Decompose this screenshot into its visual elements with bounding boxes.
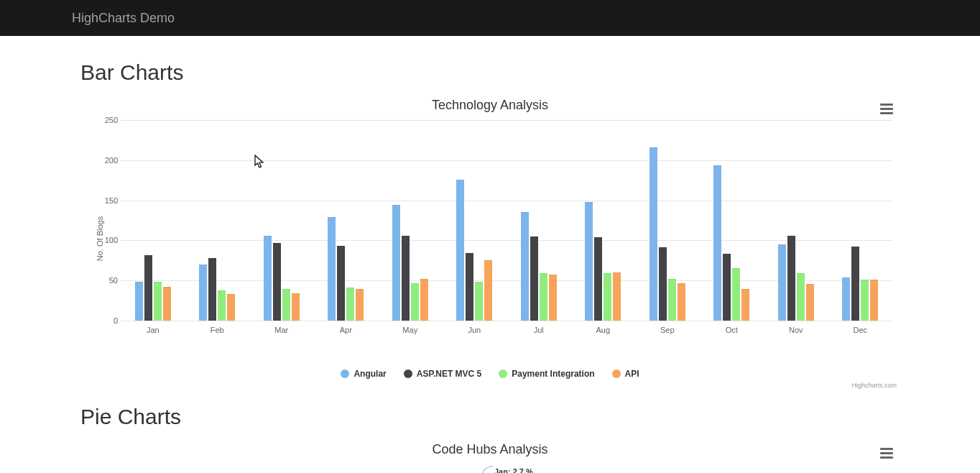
bar-groups [121, 120, 892, 321]
bar-group [314, 120, 379, 321]
bar[interactable] [484, 260, 492, 321]
x-tick-label: Apr [314, 321, 379, 339]
bar[interactable] [420, 279, 428, 321]
bar-chart-plot-area: No. Of Blogs 050100150200250 JanFebMarAp… [80, 120, 900, 357]
bar[interactable] [402, 236, 410, 321]
bar-chart-title: Technology Analysis [80, 98, 900, 113]
bar[interactable] [678, 283, 685, 321]
legend-item[interactable]: ASP.NET MVC 5 [404, 369, 481, 379]
y-tick-label: 50 [89, 276, 118, 285]
legend-label: Angular [353, 369, 386, 379]
chart-menu-button[interactable] [878, 101, 895, 116]
bar[interactable] [328, 217, 336, 321]
bar[interactable] [264, 236, 272, 321]
x-axis: JanFebMarAprMayJunJulAugSepOctNovDec [121, 321, 892, 339]
legend-item[interactable]: Angular [341, 369, 386, 379]
bar[interactable] [346, 288, 354, 321]
bar[interactable] [530, 236, 538, 321]
x-tick-label: Nov [764, 321, 828, 339]
x-tick-label: Mar [249, 321, 314, 339]
bar[interactable] [154, 282, 162, 321]
legend-label: API [625, 369, 639, 379]
bar[interactable] [521, 212, 529, 321]
bar[interactable] [163, 287, 171, 321]
chart-credits[interactable]: Highcharts.com [80, 382, 900, 389]
bar[interactable] [594, 237, 602, 321]
chart-menu-button[interactable] [878, 445, 895, 461]
bar[interactable] [144, 255, 152, 321]
bar[interactable] [650, 147, 657, 321]
legend-swatch-icon [404, 369, 412, 378]
bar[interactable] [227, 294, 235, 321]
x-tick-label: Jan [121, 321, 185, 339]
y-tick-label: 250 [89, 116, 118, 124]
x-tick-label: Aug [571, 321, 636, 339]
bar[interactable] [787, 236, 795, 321]
gridline [121, 321, 892, 321]
page-container: Bar Charts Technology Analysis No. Of Bl… [70, 36, 910, 473]
bar[interactable] [604, 273, 611, 321]
bar-group [185, 120, 250, 321]
x-tick-label: Dec [828, 321, 893, 339]
bar[interactable] [778, 244, 786, 321]
bar[interactable] [668, 279, 676, 321]
pie-section: Pie Charts Code Hubs Analysis Jan: 2.7 %… [80, 405, 900, 473]
x-tick-label: Feb [185, 321, 250, 339]
bar[interactable] [273, 243, 281, 321]
x-tick-label: May [378, 321, 443, 339]
legend-label: Payment Integration [512, 369, 594, 379]
bar[interactable] [356, 289, 364, 321]
bar-group [378, 120, 443, 321]
bar-group [764, 120, 828, 321]
bar-group [249, 120, 314, 321]
bar-group [828, 120, 893, 321]
bar[interactable] [456, 180, 464, 321]
legend-swatch-icon [612, 369, 621, 378]
bar-group [635, 120, 700, 321]
x-tick-label: Jul [507, 321, 571, 339]
pie-slice-edge [481, 466, 493, 473]
pie-chart-title: Code Hubs Analysis [80, 442, 900, 457]
bar[interactable] [870, 280, 878, 321]
bar[interactable] [540, 273, 547, 321]
legend-item[interactable]: Payment Integration [499, 369, 594, 379]
bar[interactable] [797, 273, 805, 321]
pie-plot-area[interactable]: Jan: 2.7 % September: 13.3 % [80, 464, 900, 473]
bar[interactable] [659, 247, 667, 321]
legend-swatch-icon [341, 369, 349, 378]
bar[interactable] [723, 254, 731, 321]
bar[interactable] [208, 258, 216, 321]
bar[interactable] [392, 205, 400, 321]
bar[interactable] [549, 275, 557, 321]
bar[interactable] [741, 289, 749, 321]
legend-item[interactable]: API [612, 369, 639, 379]
bar[interactable] [337, 246, 345, 321]
bar[interactable] [613, 272, 621, 321]
bar[interactable] [282, 289, 290, 321]
brand-text: HighCharts Demo [72, 11, 175, 26]
pie-chart-card: Code Hubs Analysis Jan: 2.7 % September:… [80, 442, 900, 473]
x-tick-label: Sep [635, 321, 700, 339]
bar[interactable] [135, 282, 143, 321]
legend-label: ASP.NET MVC 5 [417, 369, 481, 379]
bar[interactable] [585, 202, 593, 321]
y-tick-label: 0 [89, 316, 118, 325]
bar[interactable] [218, 290, 226, 321]
bar-group [571, 120, 636, 321]
y-tick-label: 100 [89, 236, 118, 244]
bar[interactable] [713, 165, 721, 321]
bar[interactable] [411, 283, 419, 321]
bar[interactable] [475, 282, 483, 321]
bar[interactable] [732, 268, 740, 321]
x-tick-label: Oct [700, 321, 764, 339]
bar[interactable] [466, 253, 473, 321]
bar[interactable] [851, 247, 859, 321]
bar-chart-card: Technology Analysis No. Of Blogs 0501001… [80, 98, 900, 389]
bar[interactable] [292, 293, 300, 321]
bar[interactable] [842, 277, 850, 321]
bar[interactable] [806, 284, 814, 321]
plot-surface[interactable]: 050100150200250 [121, 120, 892, 321]
bar[interactable] [199, 265, 207, 321]
section-title-pie: Pie Charts [80, 405, 900, 429]
bar[interactable] [861, 280, 869, 321]
